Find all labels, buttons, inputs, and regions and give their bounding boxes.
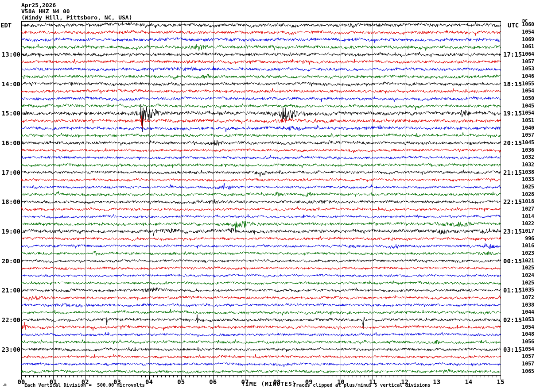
dc-value: 1017 — [522, 229, 534, 234]
dc-value: 1021 — [522, 258, 534, 264]
utc-hour-label: 01:15 — [503, 287, 522, 293]
dc-value: 1072 — [522, 295, 534, 300]
edt-hour-label: 23:00 — [2, 346, 20, 353]
edt-hour-label: 15:00 — [2, 110, 20, 116]
dc-value: 1050 — [522, 96, 534, 101]
dc-value: 996 — [525, 236, 534, 242]
utc-hour-label: 19:15 — [503, 110, 522, 116]
dc-value: 1057 — [522, 59, 534, 65]
dc-value: 1038 — [522, 170, 534, 175]
dc-value: 1057 — [522, 133, 534, 138]
left-axis-title-edt: EDT — [0, 22, 12, 28]
dc-value: 1035 — [522, 288, 534, 293]
edt-hour-label: 20:00 — [2, 258, 20, 264]
dc-value: 1061 — [522, 44, 534, 50]
dc-value: 1054 — [522, 111, 534, 116]
dc-value: 1045 — [522, 140, 534, 146]
dc-value: 1053 — [522, 66, 534, 72]
dc-value: 1014 — [522, 214, 534, 219]
dc-value: 1040 — [522, 126, 534, 131]
utc-hour-label: 02:15 — [503, 317, 522, 323]
dc-value: 1032 — [522, 155, 534, 160]
x-axis-title: TIME (MINUTES) — [241, 381, 296, 387]
dc-value: 1046 — [522, 74, 534, 79]
edt-hour-label: 17:00 — [2, 169, 20, 176]
utc-hour-label: 18:15 — [503, 81, 522, 87]
x-tick-label: 14 — [465, 379, 472, 385]
seismogram-canvas — [0, 0, 536, 392]
dc-value: 1036 — [522, 148, 534, 153]
dc-value: 1054 — [522, 88, 534, 94]
dc-value: 1054 — [522, 30, 534, 35]
x-tick-label: 15 — [497, 379, 505, 385]
dc-value: 1033 — [522, 177, 534, 182]
utc-hour-label: 17:15 — [503, 51, 522, 58]
header-station-location: (Windy Hill, Pittsboro, NC, USA) — [21, 15, 132, 20]
dc-value: 1023 — [522, 251, 534, 256]
edt-hour-label: 22:00 — [2, 317, 20, 323]
edt-hour-label: 16:00 — [2, 140, 20, 146]
dc-value: 1054 — [522, 347, 534, 352]
utc-hour-label: 23:15 — [503, 228, 522, 234]
right-axis-title-utc: UTC — [508, 22, 519, 28]
edt-hour-label: 19:00 — [2, 228, 20, 234]
utc-hour-label: 22:15 — [503, 199, 522, 205]
edt-hour-label: 13:00 — [2, 51, 20, 58]
dc-value: 1051 — [522, 118, 534, 123]
dc-value: 1025 — [522, 184, 534, 190]
dc-value: 1057 — [522, 354, 534, 359]
utc-hour-label: 03:15 — [503, 346, 522, 353]
dc-value: 1025 — [522, 281, 534, 286]
header-date: Apr25,2026 — [21, 2, 56, 8]
x-tick-label: 06 — [209, 379, 217, 385]
helicorder-page: Apr25,2026 V58A HHZ N4 00 (Windy Hill, P… — [0, 0, 536, 392]
dc-value: 1028 — [522, 192, 534, 197]
dc-value: 1055 — [522, 81, 534, 87]
dc-value: 1025 — [522, 265, 534, 271]
dc-value: 1065 — [522, 369, 534, 374]
dc-value: 1018 — [522, 199, 534, 204]
edt-hour-label: 21:00 — [2, 287, 20, 293]
x-tick-label: 13 — [433, 379, 440, 385]
watermark: .m — [2, 383, 7, 387]
dc-value: 1044 — [522, 310, 534, 315]
x-tick-label: 05 — [177, 379, 185, 385]
utc-hour-label: 00:15 — [503, 258, 522, 264]
dc-value: 1064 — [522, 52, 534, 57]
x-tick-label: 04 — [145, 379, 153, 385]
dc-value: 1060 — [522, 22, 534, 27]
dc-value: 1054 — [522, 325, 534, 330]
dc-value: 1016 — [522, 243, 534, 249]
dc-value: 1048 — [522, 332, 534, 337]
dc-value: 1027 — [522, 207, 534, 212]
dc-value: 1045 — [522, 104, 534, 109]
dc-value: 1038 — [522, 303, 534, 308]
dc-value: 1053 — [522, 317, 534, 323]
dc-value: 1057 — [522, 361, 534, 367]
clipping-note: Traces clipped at plus/minus 5 vertical … — [293, 383, 431, 388]
header-station-id: V58A HHZ N4 00 — [21, 8, 70, 14]
dc-value: 1056 — [522, 339, 534, 345]
dc-value: 1032 — [522, 162, 534, 168]
dc-value: 1022 — [522, 221, 534, 227]
dc-value: 1024 — [522, 273, 534, 278]
edt-hour-label: 14:00 — [2, 81, 20, 87]
dc-value: 1069 — [522, 37, 534, 42]
edt-hour-label: 18:00 — [2, 199, 20, 205]
utc-hour-label: 21:15 — [503, 169, 522, 176]
vertical-division-note: Each Vertical Division = 500.00 microvol… — [24, 383, 145, 388]
utc-hour-label: 20:15 — [503, 140, 522, 146]
x-tick-label: 00 — [18, 379, 25, 385]
